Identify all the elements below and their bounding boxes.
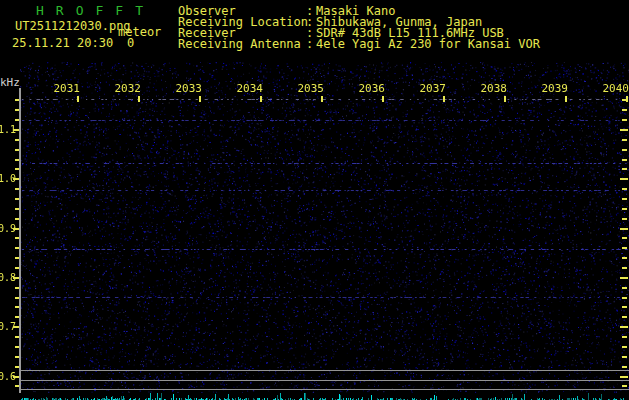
freq-tick-left: [15, 188, 19, 190]
freq-tick-left: [15, 109, 19, 111]
output-filename: UT2511212030.png: [15, 20, 131, 32]
time-label: 2035: [294, 83, 324, 95]
time-label: 2031: [50, 83, 80, 95]
freq-tick-left: [15, 346, 19, 348]
spectrogram-noise-canvas: [20, 57, 629, 400]
freq-tick-right: [620, 178, 628, 180]
freq-tick-right: [622, 267, 627, 269]
station-label: meteor: [118, 26, 161, 38]
freq-tick-left: [15, 168, 19, 170]
freq-tick-right: [622, 99, 627, 101]
freq-label: 0.6: [0, 371, 15, 383]
carrier-line: [20, 370, 629, 371]
freq-label: 0.7: [0, 321, 15, 333]
freq-tick-right: [622, 297, 627, 299]
freq-tick-left: [15, 149, 19, 151]
freq-tick-left: [15, 198, 19, 200]
time-label: 2038: [477, 83, 507, 95]
echo-counter: 0: [127, 37, 134, 49]
frequency-axis-line: [19, 88, 21, 393]
freq-tick-left: [15, 257, 19, 259]
freq-tick-right: [620, 277, 628, 279]
freq-tick-left: [15, 356, 19, 358]
time-tick: [504, 96, 506, 102]
carrier-line: [20, 389, 629, 390]
freq-tick-left: [15, 247, 19, 249]
freq-tick-right: [622, 119, 627, 121]
time-label: 2039: [538, 83, 568, 95]
freq-label: 0.9: [0, 223, 15, 235]
time-tick: [321, 96, 323, 102]
freq-tick-right: [622, 159, 627, 161]
freq-tick-right: [622, 247, 627, 249]
freq-tick-right: [622, 139, 627, 141]
freq-tick-right: [622, 257, 627, 259]
freq-tick-right: [620, 129, 628, 131]
freq-tick-left: [15, 336, 19, 338]
freq-tick-right: [622, 237, 627, 239]
freq-tick-right: [622, 287, 627, 289]
freq-tick-left: [15, 297, 19, 299]
carrier-line: [20, 380, 629, 381]
freq-label: 1.0: [0, 173, 15, 185]
hrofft-output-image: HROFFT UT2511212030.png meteor 25.11.21 …: [0, 0, 629, 400]
freq-label: 0.8: [0, 272, 15, 284]
freq-tick-right: [622, 149, 627, 151]
freq-tick-right: [622, 188, 627, 190]
freq-tick-left: [15, 218, 19, 220]
freq-tick-right: [622, 346, 627, 348]
time-tick: [199, 96, 201, 102]
freq-tick-left: [15, 306, 19, 308]
freq-tick-right: [622, 356, 627, 358]
time-tick: [565, 96, 567, 102]
time-label: 2037: [416, 83, 446, 95]
freq-tick-right: [620, 326, 628, 328]
freq-tick-left: [15, 316, 19, 318]
freq-tick-right: [622, 385, 627, 387]
time-tick: [138, 96, 140, 102]
freq-tick-left: [15, 385, 19, 387]
info-label: Receiving Antenna: [178, 38, 306, 50]
time-label: 2040: [599, 83, 629, 95]
freq-tick-left: [15, 208, 19, 210]
freq-tick-right: [622, 316, 627, 318]
freq-tick-right: [622, 366, 627, 368]
info-value: 4ele Yagi Az 230 for Kansai VOR: [316, 38, 540, 50]
khz-unit-label: kHz: [0, 77, 20, 89]
info-separator: :: [306, 38, 316, 50]
freq-tick-left: [15, 119, 19, 121]
freq-tick-left: [15, 366, 19, 368]
freq-tick-left: [15, 159, 19, 161]
freq-tick-left: [15, 267, 19, 269]
freq-tick-left: [15, 99, 19, 101]
freq-tick-right: [622, 336, 627, 338]
timestamp: 25.11.21 20:30: [12, 37, 113, 49]
time-label: 2036: [355, 83, 385, 95]
time-label: 2033: [172, 83, 202, 95]
freq-tick-left: [15, 237, 19, 239]
time-tick: [443, 96, 445, 102]
freq-tick-right: [622, 109, 627, 111]
time-label: 2034: [233, 83, 263, 95]
time-tick: [77, 96, 79, 102]
info-row: Receiving Antenna:4ele Yagi Az 230 for K…: [178, 38, 540, 49]
freq-label: 1.1: [0, 124, 15, 136]
time-label: 2032: [111, 83, 141, 95]
freq-tick-right: [622, 306, 627, 308]
time-tick: [382, 96, 384, 102]
freq-tick-left: [15, 139, 19, 141]
freq-tick-left: [15, 287, 19, 289]
time-tick: [260, 96, 262, 102]
freq-tick-right: [622, 208, 627, 210]
freq-tick-right: [622, 198, 627, 200]
app-title: HROFFT: [36, 5, 155, 17]
freq-tick-right: [622, 218, 627, 220]
freq-tick-right: [620, 228, 628, 230]
freq-tick-right: [620, 376, 628, 378]
freq-tick-right: [622, 168, 627, 170]
